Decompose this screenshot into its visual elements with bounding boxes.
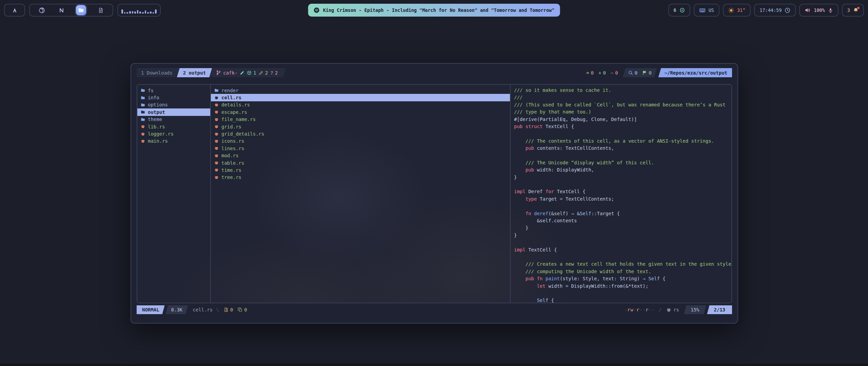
file-row[interactable]: output (137, 108, 210, 116)
diff-added: +0 (598, 70, 606, 76)
file-name: file_name.rs (221, 117, 256, 122)
copied-count: 0 (244, 307, 247, 312)
file-row[interactable]: escape.rs (211, 108, 510, 116)
folder-icon (141, 117, 145, 122)
top-bar: King Crimson - Epitaph - Including "Marc… (0, 0, 868, 20)
created-count: 0 (230, 307, 233, 312)
file-permissions: -rw-r--r-- (624, 307, 654, 312)
file-row[interactable]: options (137, 101, 210, 108)
file-extension: rs (673, 307, 679, 312)
folder-icon (214, 88, 219, 93)
folder-icon (78, 7, 84, 13)
bell-icon (853, 7, 859, 13)
file-name: tree.rs (221, 175, 241, 180)
neovim-app-icon[interactable] (56, 5, 66, 15)
code-line: #[derive(PartialEq, Debug, Clone, Defaul… (514, 116, 731, 123)
git-modified-count: 2 (265, 70, 268, 76)
code-line: /// so it makes sense to cache it. (514, 87, 731, 94)
rust-file-icon (214, 146, 219, 150)
notifications-count: 3 (847, 7, 850, 13)
diff-counts: =0 +0 −0 (581, 68, 623, 77)
file-row[interactable]: fs (137, 87, 210, 94)
diff-removed: −0 (611, 70, 618, 76)
file-row[interactable]: grid_details.rs (211, 130, 510, 137)
visualizer-bar (132, 11, 134, 14)
tab-downloads[interactable]: 1 Downloads (137, 68, 177, 77)
file-row[interactable]: lib.rs (137, 123, 210, 130)
keyboard-layout-widget[interactable]: US (694, 4, 719, 17)
git-branch-name: cafk- (223, 70, 237, 76)
file-row[interactable]: time.rs (211, 166, 510, 174)
preview-pane[interactable]: /// so it makes sense to cache it.//////… (511, 85, 731, 303)
rust-file-icon (141, 132, 145, 136)
current-pane[interactable]: rendercell.rsdetails.rsescape.rsfile_nam… (211, 85, 511, 303)
folder-icon (141, 88, 145, 93)
file-type: rs (666, 307, 679, 312)
yazi-window: 1 Downloads 2 output cafk- (131, 63, 738, 324)
file-name: main.rs (148, 138, 168, 144)
file-row[interactable]: file_name.rs (211, 116, 510, 123)
parent-pane[interactable]: fsinfooptionsoutputthemelib.rslogger.rsm… (137, 85, 211, 303)
code-line: type Target = TextCellContents; (514, 196, 731, 203)
document-icon (98, 7, 104, 13)
rust-file-icon (214, 117, 219, 122)
file-row[interactable]: icons.rs (211, 138, 510, 145)
file-row[interactable]: cell.rs (211, 94, 510, 101)
code-line (514, 181, 731, 188)
clock-widget[interactable]: 17:44:59 (754, 4, 796, 17)
visualizer-bar (134, 12, 136, 14)
file-name: logger.rs (148, 131, 174, 137)
audio-visualizer (117, 4, 161, 17)
file-name: mod.rs (221, 153, 239, 158)
time-text: 17:44:59 (760, 7, 782, 13)
updates-count: 6 (674, 7, 676, 13)
rust-file-icon (141, 124, 145, 129)
code-line: let width = DisplayWidth::from(&*text); (514, 283, 731, 290)
file-row[interactable]: main.rs (137, 138, 210, 145)
launcher-button[interactable] (4, 4, 25, 17)
folder-icon (141, 103, 145, 107)
code-line: impl TextCell { (514, 246, 731, 253)
breadcrumb-path[interactable]: ~/Repos/eza/src/output (658, 68, 732, 77)
file-row[interactable]: render (211, 87, 510, 94)
file-manager-app-icon[interactable] (76, 5, 86, 15)
rust-file-icon (214, 168, 219, 172)
find-segment: 0 0 (623, 68, 657, 77)
file-row[interactable]: details.rs (211, 101, 510, 108)
code-line (514, 203, 731, 210)
text-editor-app-icon[interactable] (96, 5, 106, 15)
file-row[interactable]: grid.rs (211, 123, 510, 130)
file-row[interactable]: info (137, 94, 210, 101)
copied-files: 0 (238, 307, 247, 312)
browser-app-icon[interactable] (37, 5, 47, 15)
updates-widget[interactable]: 6 (668, 4, 690, 17)
task-counts: 0 0 (224, 305, 247, 314)
search-count: 0 (635, 70, 637, 76)
file-row[interactable]: theme (137, 116, 210, 123)
git-untracked: ? 2 (270, 70, 278, 76)
temperature: 31° (737, 7, 745, 13)
visualizer-bar (124, 12, 126, 14)
git-staged: 1 (247, 70, 256, 76)
file-row[interactable]: tree.rs (211, 174, 510, 181)
code-line: pub width: DisplayWidth, (514, 166, 731, 174)
file-row[interactable]: table.rs (211, 159, 510, 166)
file-row[interactable]: mod.rs (211, 152, 510, 159)
diff-equal: =0 (586, 70, 594, 76)
code-line: /// computing the Unicode width of the t… (514, 268, 731, 275)
code-line: Self { (514, 297, 731, 303)
rust-file-icon (214, 154, 219, 158)
status-right: -rw-r--r-- / rs 15% 2/13 (624, 305, 732, 314)
now-playing-widget[interactable]: King Crimson - Epitaph - Including "Marc… (308, 4, 560, 17)
separator-slash: / (659, 307, 662, 312)
keyboard-layout: US (709, 7, 714, 13)
notifications-widget[interactable]: 3 (842, 4, 864, 17)
file-row[interactable]: lines.rs (211, 145, 510, 152)
git-branch: cafk- (216, 70, 237, 76)
file-name: fs (148, 88, 154, 93)
file-row[interactable]: logger.rs (137, 130, 210, 137)
tab-output[interactable]: 2 output (177, 68, 212, 77)
audio-widget[interactable]: 100% (799, 4, 839, 17)
weather-widget[interactable]: 31° (723, 4, 751, 17)
visualizer-bar (150, 12, 152, 14)
